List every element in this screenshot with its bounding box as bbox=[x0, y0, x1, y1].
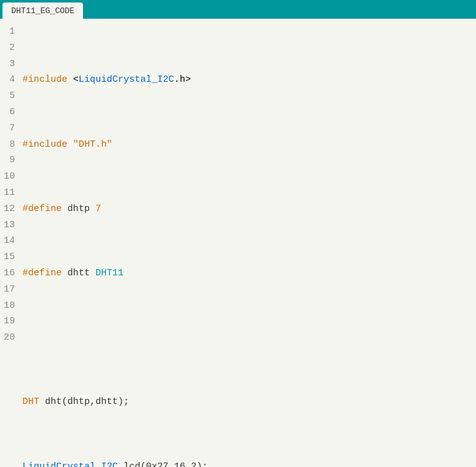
ln-11: 11 bbox=[4, 187, 15, 198]
code-line-4: #define dhtt DHT11 bbox=[22, 265, 476, 282]
ln-8: 8 bbox=[9, 139, 15, 150]
ln-14: 14 bbox=[4, 235, 15, 246]
editor-window: DHT11_EG_CODE 1 2 3 4 5 6 7 8 9 10 11 12… bbox=[0, 0, 476, 467]
ln-9: 9 bbox=[9, 155, 15, 165]
ln-17: 17 bbox=[4, 284, 15, 295]
tab-dht11-eg-code[interactable]: DHT11_EG_CODE bbox=[2, 2, 83, 19]
ln-2: 2 bbox=[9, 42, 15, 53]
line-numbers: 1 2 3 4 5 6 7 8 9 10 11 12 13 14 15 16 1… bbox=[0, 19, 19, 467]
code-content: #include <LiquidCrystal_I2C.h> #include … bbox=[19, 19, 476, 467]
ln-18: 18 bbox=[4, 300, 15, 311]
ln-20: 20 bbox=[4, 332, 15, 343]
code-line-5 bbox=[22, 330, 476, 346]
ln-13: 13 bbox=[4, 220, 15, 230]
code-line-7: LiquidCrystal_I2C lcd(0x27,16,2); bbox=[22, 459, 476, 467]
code-line-1: #include <LiquidCrystal_I2C.h> bbox=[22, 72, 476, 88]
ln-5: 5 bbox=[9, 91, 15, 101]
ln-3: 3 bbox=[9, 59, 15, 69]
ln-10: 10 bbox=[4, 171, 15, 182]
code-line-2: #include "DHT.h" bbox=[22, 137, 476, 153]
code-line-3: #define dhtp 7 bbox=[22, 201, 476, 217]
ln-6: 6 bbox=[9, 107, 15, 117]
tab-label: DHT11_EG_CODE bbox=[11, 6, 74, 16]
ln-19: 19 bbox=[4, 316, 15, 327]
tab-bar: DHT11_EG_CODE bbox=[0, 0, 476, 19]
code-line-6: DHT dht(dhtp,dhtt); bbox=[22, 394, 476, 410]
ln-16: 16 bbox=[4, 268, 15, 278]
code-area: 1 2 3 4 5 6 7 8 9 10 11 12 13 14 15 16 1… bbox=[0, 19, 476, 467]
ln-12: 12 bbox=[4, 204, 15, 214]
ln-7: 7 bbox=[9, 123, 15, 134]
ln-1: 1 bbox=[9, 26, 15, 37]
ln-15: 15 bbox=[4, 252, 15, 262]
ln-4: 4 bbox=[9, 74, 15, 85]
